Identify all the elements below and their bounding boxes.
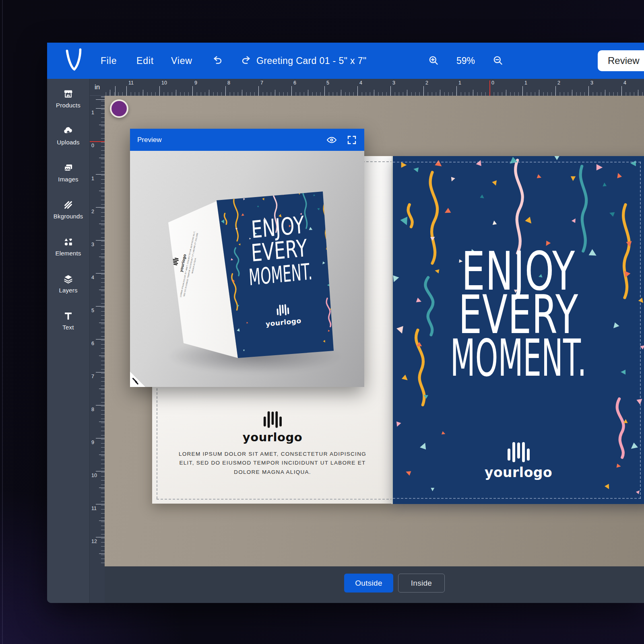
- bottom-bar: Outside Inside: [105, 566, 644, 603]
- resize-handle[interactable]: [130, 372, 145, 387]
- ruler-label: 0: [491, 80, 494, 86]
- ruler-label: 5: [91, 308, 94, 313]
- ruler-zero-marker: [90, 141, 105, 142]
- design-editor-window: File Edit View Greeting Card 01 - 5" x 7…: [47, 43, 644, 603]
- preview-back-content: yourlogo LOREM IPSUM DOLOR SIT AMET, CON…: [166, 226, 203, 300]
- vertical-ruler-ticks: 10123456789101112: [90, 96, 105, 566]
- color-swatch-dot[interactable]: [110, 99, 128, 118]
- ruler-label: 4: [91, 275, 94, 280]
- yourlogo-bars-icon: [393, 440, 644, 462]
- menu-view[interactable]: View: [171, 43, 192, 79]
- sidebar-item-text[interactable]: Text: [47, 311, 89, 348]
- review-button[interactable]: Review: [598, 50, 644, 71]
- ruler-label: 2: [557, 80, 560, 86]
- ruler-label: 9: [194, 80, 197, 86]
- ruler-label: 11: [91, 506, 97, 511]
- card-front-page[interactable]: ENJOY EVERY MOMENT. yourlogo: [393, 156, 644, 504]
- front-title: ENJOY EVERY MOMENT.: [393, 252, 644, 383]
- ruler-label: 10: [161, 80, 167, 86]
- sidebar-item-label: Elements: [55, 250, 81, 257]
- trim-line: [393, 498, 641, 499]
- sidebar-item-label: Uploads: [57, 139, 79, 146]
- ruler-label: 0: [91, 143, 94, 148]
- preview-popup: Preview: [130, 129, 364, 387]
- ruler-label: 10: [91, 473, 97, 478]
- ruler-label: 12: [91, 539, 97, 544]
- ruler-label: 7: [260, 80, 263, 86]
- text-icon: [63, 311, 74, 321]
- undo-icon[interactable]: [211, 54, 224, 67]
- shapes-icon: [63, 237, 74, 247]
- eye-icon[interactable]: [326, 135, 337, 145]
- front-logo: yourlogo: [393, 440, 644, 480]
- fullscreen-icon[interactable]: [347, 135, 357, 145]
- ruler-label: 6: [91, 341, 94, 346]
- ruler-label: 1: [91, 176, 94, 181]
- sidebar-item-label: Images: [58, 176, 78, 183]
- ruler-label: 3: [590, 80, 593, 86]
- back-logo-text: yourlogo: [152, 430, 393, 444]
- ruler-label: 2: [91, 209, 94, 214]
- ruler-unit-label: in: [90, 79, 105, 96]
- horizontal-ruler-ticks: 111098765432101234: [105, 79, 644, 96]
- redo-icon[interactable]: [239, 54, 252, 67]
- yourlogo-bars-icon: [174, 412, 371, 428]
- ruler-label: 5: [326, 80, 329, 86]
- horizontal-ruler: 111098765432101234: [105, 79, 644, 96]
- ruler-label: 4: [359, 80, 362, 86]
- outside-toggle-button[interactable]: Outside: [344, 574, 393, 593]
- sidebar-item-layers[interactable]: Layers: [47, 274, 89, 311]
- ruler-label: 8: [91, 407, 94, 412]
- vertical-ruler: in 10123456789101112: [89, 79, 105, 603]
- title-line: MOMENT.: [428, 332, 609, 389]
- sidebar-item-label: Products: [56, 102, 80, 109]
- sidebar-item-label: Bkgrounds: [54, 213, 83, 220]
- ruler-label: 1: [458, 80, 461, 86]
- ruler-zero-marker: [489, 80, 490, 96]
- ruler-label: 6: [293, 80, 296, 86]
- sidebar-item-bkgrounds[interactable]: Bkgrounds: [47, 200, 89, 237]
- sidebar-item-uploads[interactable]: Uploads: [47, 126, 89, 163]
- screen-edge-highlight: [2, 0, 3, 644]
- cloud-upload-icon: [63, 126, 74, 136]
- images-icon: [63, 163, 74, 173]
- sidebar-item-products[interactable]: Products: [47, 88, 89, 126]
- ruler-label: 7: [91, 374, 94, 379]
- front-logo-text: yourlogo: [393, 465, 644, 480]
- ruler-label: 2: [425, 80, 428, 86]
- zoom-out-icon[interactable]: [492, 54, 505, 67]
- preview-popup-header[interactable]: Preview: [130, 129, 364, 151]
- zoom-in-icon[interactable]: [427, 54, 440, 67]
- document-title: Greeting Card 01 - 5" x 7": [256, 43, 366, 79]
- menu-file[interactable]: File: [101, 43, 117, 79]
- layers-icon: [63, 274, 74, 284]
- tools-sidebar: Products Uploads Images: [47, 79, 89, 603]
- topbar: File Edit View Greeting Card 01 - 5" x 7…: [47, 43, 644, 79]
- sidebar-item-images[interactable]: Images: [47, 163, 89, 200]
- sidebar-item-label: Layers: [59, 287, 77, 294]
- ruler-label: 11: [128, 80, 134, 86]
- sidebar-item-elements[interactable]: Elements: [47, 237, 89, 274]
- ruler-label: 3: [91, 242, 94, 247]
- ruler-label: 3: [392, 80, 395, 86]
- back-page-content: yourlogo LOREM IPSUM DOLOR SIT AMET, CON…: [152, 409, 393, 477]
- storefront-icon: [63, 88, 74, 99]
- back-body-text: LOREM IPSUM DOLOR SIT AMET, CONSECTETUR …: [176, 450, 369, 477]
- menu-edit[interactable]: Edit: [136, 43, 154, 79]
- trim-line: [157, 499, 393, 500]
- sidebar-item-label: Text: [62, 324, 74, 331]
- preview-popup-body: yourlogo LOREM IPSUM DOLOR SIT AMET, CON…: [130, 151, 364, 387]
- ruler-label: 4: [623, 80, 626, 86]
- ruler-label: 9: [91, 440, 94, 445]
- ruler-label: 1: [524, 80, 527, 86]
- brand-v-logo[interactable]: [62, 47, 86, 74]
- ruler-label: 8: [227, 80, 230, 86]
- preview-title: Preview: [137, 136, 317, 144]
- backgrounds-icon: [63, 200, 74, 210]
- design-canvas: yourlogo LOREM IPSUM DOLOR SIT AMET, CON…: [105, 96, 644, 566]
- inside-toggle-button[interactable]: Inside: [398, 574, 445, 593]
- trim-line: [393, 162, 641, 163]
- zoom-level: 59%: [450, 43, 482, 79]
- ruler-label: 1: [91, 110, 94, 115]
